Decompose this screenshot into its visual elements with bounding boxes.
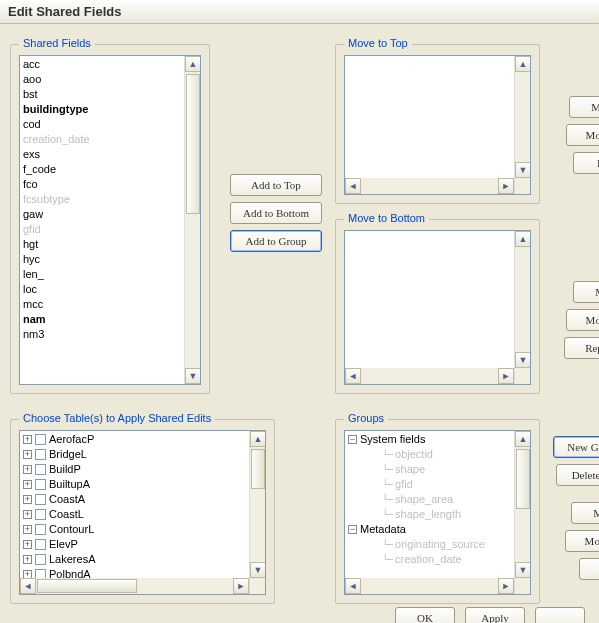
shared-field-item[interactable]: nm3 <box>23 327 181 342</box>
scroll-up-icon[interactable]: ▲ <box>515 431 531 447</box>
shared-field-item[interactable]: loc <box>23 282 181 297</box>
shared-field-item[interactable]: acc <box>23 57 181 72</box>
scroll-down-icon[interactable]: ▼ <box>515 562 531 578</box>
table-checkbox[interactable] <box>35 434 46 445</box>
shared-field-item[interactable]: fcsubtype <box>23 192 181 207</box>
group-child[interactable]: └─ originating_source <box>348 537 511 552</box>
shared-field-item[interactable]: creation_date <box>23 132 181 147</box>
scroll-up-icon[interactable]: ▲ <box>515 231 531 247</box>
table-checkbox[interactable] <box>35 464 46 475</box>
move-bottom-button-2[interactable]: Mov <box>566 309 599 331</box>
expand-icon[interactable]: + <box>23 450 32 459</box>
scroll-right-icon[interactable]: ► <box>498 578 514 594</box>
expand-icon[interactable]: + <box>23 480 32 489</box>
collapse-icon[interactable]: − <box>348 435 357 444</box>
scroll-left-icon[interactable]: ◄ <box>20 578 36 594</box>
expand-icon[interactable]: + <box>23 495 32 504</box>
expand-icon[interactable]: + <box>23 525 32 534</box>
group-child[interactable]: └─ shape_area <box>348 492 511 507</box>
scroll-down-icon[interactable]: ▼ <box>515 162 531 178</box>
shared-field-item[interactable]: cod <box>23 117 181 132</box>
expand-icon[interactable]: + <box>23 540 32 549</box>
delete-group-button[interactable]: Delete <box>556 464 599 486</box>
scroll-thumb[interactable] <box>516 449 530 509</box>
add-to-bottom-button[interactable]: Add to Bottom <box>230 202 322 224</box>
groups-vscroll[interactable]: ▲ ▼ <box>514 431 530 594</box>
apply-button[interactable]: Apply <box>465 607 525 623</box>
scroll-right-icon[interactable]: ► <box>498 178 514 194</box>
expand-icon[interactable]: + <box>23 555 32 564</box>
scroll-left-icon[interactable]: ◄ <box>345 578 361 594</box>
scroll-thumb-h[interactable] <box>37 579 137 593</box>
shared-field-item[interactable]: exs <box>23 147 181 162</box>
group-child[interactable]: └─ gfid <box>348 477 511 492</box>
table-row[interactable]: +CoastL <box>23 507 246 522</box>
table-checkbox[interactable] <box>35 449 46 460</box>
table-checkbox[interactable] <box>35 554 46 565</box>
move-bottom-vscroll[interactable]: ▲ ▼ <box>514 231 530 384</box>
expand-icon[interactable]: + <box>23 510 32 519</box>
shared-field-item[interactable]: len_ <box>23 267 181 282</box>
group-child[interactable]: └─ objectid <box>348 447 511 462</box>
tables-listbox[interactable]: +AerofacP+BridgeL+BuildP+BuiltupA+CoastA… <box>19 430 266 595</box>
shared-field-item[interactable]: buildingtype <box>23 102 181 117</box>
table-row[interactable]: +BridgeL <box>23 447 246 462</box>
table-row[interactable]: +BuildP <box>23 462 246 477</box>
group-child[interactable]: └─ shape <box>348 462 511 477</box>
scroll-up-icon[interactable]: ▲ <box>515 56 531 72</box>
table-row[interactable]: +BuiltupA <box>23 477 246 492</box>
scroll-right-icon[interactable]: ► <box>498 368 514 384</box>
shared-field-item[interactable]: f_code <box>23 162 181 177</box>
cancel-button[interactable] <box>535 607 585 623</box>
group-node[interactable]: −System fields <box>348 432 511 447</box>
groups-tree[interactable]: −System fields└─ objectid└─ shape└─ gfid… <box>344 430 531 595</box>
scroll-left-icon[interactable]: ◄ <box>345 368 361 384</box>
table-row[interactable]: +LakeresA <box>23 552 246 567</box>
scroll-down-icon[interactable]: ▼ <box>185 368 201 384</box>
shared-field-item[interactable]: gfid <box>23 222 181 237</box>
collapse-icon[interactable]: − <box>348 525 357 534</box>
move-top-vscroll[interactable]: ▲ ▼ <box>514 56 530 194</box>
groups-hscroll[interactable]: ◄ ► <box>345 578 514 594</box>
shared-field-item[interactable]: mcc <box>23 297 181 312</box>
group-child[interactable]: └─ shape_length <box>348 507 511 522</box>
add-to-top-button[interactable]: Add to Top <box>230 174 322 196</box>
group-node[interactable]: −Metadata <box>348 522 511 537</box>
move-top-button-3[interactable]: Re <box>573 152 599 174</box>
expand-icon[interactable]: + <box>23 435 32 444</box>
shared-fields-listbox[interactable]: accaoobstbuildingtypecodcreation_dateexs… <box>19 55 201 385</box>
scroll-down-icon[interactable]: ▼ <box>250 562 266 578</box>
table-checkbox[interactable] <box>35 524 46 535</box>
groups-button-4[interactable]: Mov <box>565 530 599 552</box>
groups-button-3[interactable]: Mo <box>571 502 599 524</box>
add-to-group-button[interactable]: Add to Group <box>230 230 322 252</box>
group-child[interactable]: └─ creation_date <box>348 552 511 567</box>
move-top-button-1[interactable]: Mo <box>569 96 599 118</box>
scroll-right-icon[interactable]: ► <box>233 578 249 594</box>
move-bottom-button-1[interactable]: Mo <box>573 281 599 303</box>
move-bottom-button-3[interactable]: Rep <box>564 337 599 359</box>
table-row[interactable]: +ContourL <box>23 522 246 537</box>
shared-field-item[interactable]: gaw <box>23 207 181 222</box>
scroll-down-icon[interactable]: ▼ <box>515 352 531 368</box>
shared-field-item[interactable]: bst <box>23 87 181 102</box>
tables-hscroll[interactable]: ◄ ► <box>20 578 249 594</box>
shared-field-item[interactable]: hyc <box>23 252 181 267</box>
move-bottom-hscroll[interactable]: ◄ ► <box>345 368 514 384</box>
table-checkbox[interactable] <box>35 509 46 520</box>
groups-button-5[interactable]: R <box>579 558 599 580</box>
shared-field-item[interactable]: hgt <box>23 237 181 252</box>
move-to-top-listbox[interactable]: ▲ ▼ ◄ ► <box>344 55 531 195</box>
move-top-button-2[interactable]: Mov <box>566 124 599 146</box>
scroll-left-icon[interactable]: ◄ <box>345 178 361 194</box>
scroll-thumb[interactable] <box>251 449 265 489</box>
table-row[interactable]: +CoastA <box>23 492 246 507</box>
ok-button[interactable]: OK <box>395 607 455 623</box>
shared-fields-scrollbar[interactable]: ▲ ▼ <box>184 56 200 384</box>
new-group-button[interactable]: New G <box>553 436 599 458</box>
scroll-up-icon[interactable]: ▲ <box>250 431 266 447</box>
scroll-thumb[interactable] <box>186 74 200 214</box>
table-checkbox[interactable] <box>35 479 46 490</box>
tables-vscroll[interactable]: ▲ ▼ <box>249 431 265 594</box>
shared-field-item[interactable]: nam <box>23 312 181 327</box>
